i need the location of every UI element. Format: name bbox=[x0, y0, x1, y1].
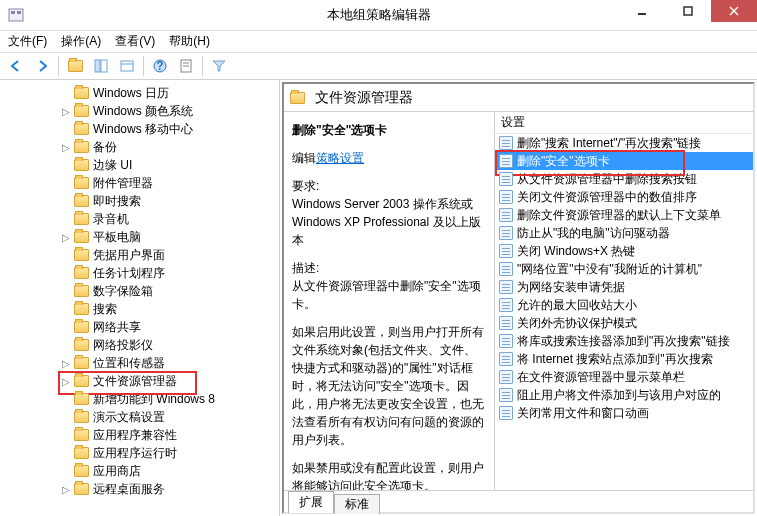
setting-item[interactable]: 将库或搜索连接器添加到"再次搜索"链接 bbox=[495, 332, 753, 350]
tree-item[interactable]: 任务计划程序 bbox=[0, 264, 279, 282]
filter-button[interactable] bbox=[207, 54, 231, 78]
setting-item[interactable]: 关闭 Windows+X 热键 bbox=[495, 242, 753, 260]
settings-list[interactable]: 删除"搜索 Internet"/"再次搜索"链接删除"安全"选项卡从文件资源管理… bbox=[495, 134, 753, 490]
up-button[interactable] bbox=[63, 54, 87, 78]
back-button[interactable] bbox=[4, 54, 28, 78]
toolbar: ? bbox=[0, 52, 757, 80]
tree-item[interactable]: 凭据用户界面 bbox=[0, 246, 279, 264]
tree-item[interactable]: Windows 日历 bbox=[0, 84, 279, 102]
setting-item[interactable]: 防止从"我的电脑"访问驱动器 bbox=[495, 224, 753, 242]
tab-standard[interactable]: 标准 bbox=[334, 494, 380, 514]
expand-icon[interactable]: ▷ bbox=[60, 484, 72, 495]
tree-item[interactable]: ▷Windows 颜色系统 bbox=[0, 102, 279, 120]
tree-item-label: 备份 bbox=[93, 139, 117, 156]
tree-item-label: 应用程序运行时 bbox=[93, 445, 177, 462]
tree-item[interactable]: 应用程序运行时 bbox=[0, 444, 279, 462]
tree-item[interactable]: 新增功能到 Windows 8 bbox=[0, 390, 279, 408]
tree-item[interactable]: ▷远程桌面服务 bbox=[0, 480, 279, 498]
forward-button[interactable] bbox=[30, 54, 54, 78]
tree-item[interactable]: 数字保险箱 bbox=[0, 282, 279, 300]
setting-item[interactable]: 关闭常用文件和窗口动画 bbox=[495, 404, 753, 422]
expand-icon[interactable]: ▷ bbox=[60, 142, 72, 153]
list-header[interactable]: 设置 bbox=[495, 112, 753, 134]
tab-extended[interactable]: 扩展 bbox=[288, 491, 334, 513]
navigation-tree[interactable]: Windows 日历▷Windows 颜色系统Windows 移动中心▷备份边缘… bbox=[0, 80, 280, 516]
close-button[interactable] bbox=[711, 0, 757, 22]
tree-item-label: 录音机 bbox=[93, 211, 129, 228]
edit-policy-link[interactable]: 策略设置 bbox=[316, 151, 364, 165]
show-hide-tree-button[interactable] bbox=[89, 54, 113, 78]
tree-item[interactable]: 附件管理器 bbox=[0, 174, 279, 192]
menu-view[interactable]: 查看(V) bbox=[115, 33, 155, 50]
setting-item[interactable]: 为网络安装申请凭据 bbox=[495, 278, 753, 296]
tree-item[interactable]: 录音机 bbox=[0, 210, 279, 228]
setting-item[interactable]: 将 Internet 搜索站点添加到"再次搜索 bbox=[495, 350, 753, 368]
folder-icon bbox=[74, 159, 89, 171]
tree-item-label: 网络投影仪 bbox=[93, 337, 153, 354]
setting-item[interactable]: "网络位置"中没有"我附近的计算机" bbox=[495, 260, 753, 278]
setting-item[interactable]: 删除"安全"选项卡 bbox=[495, 152, 753, 170]
column-setting[interactable]: 设置 bbox=[501, 114, 753, 131]
tree-item[interactable]: 即时搜索 bbox=[0, 192, 279, 210]
setting-item[interactable]: 阻止用户将文件添加到与该用户对应的 bbox=[495, 386, 753, 404]
help-button[interactable]: ? bbox=[148, 54, 172, 78]
maximize-button[interactable] bbox=[665, 0, 711, 22]
setting-item[interactable]: 在文件资源管理器中显示菜单栏 bbox=[495, 368, 753, 386]
tree-item-label: 附件管理器 bbox=[93, 175, 153, 192]
folder-icon bbox=[74, 465, 89, 477]
policy-icon bbox=[499, 190, 513, 204]
svg-rect-2 bbox=[17, 11, 21, 14]
policy-icon bbox=[499, 334, 513, 348]
tree-item-label: 边缘 UI bbox=[93, 157, 132, 174]
folder-icon bbox=[74, 141, 89, 153]
setting-item[interactable]: 删除"搜索 Internet"/"再次搜索"链接 bbox=[495, 134, 753, 152]
setting-item[interactable]: 从文件资源管理器中删除搜索按钮 bbox=[495, 170, 753, 188]
setting-label: 将 Internet 搜索站点添加到"再次搜索 bbox=[517, 351, 713, 368]
tree-item[interactable]: 应用程序兼容性 bbox=[0, 426, 279, 444]
menu-help[interactable]: 帮助(H) bbox=[169, 33, 210, 50]
minimize-button[interactable] bbox=[619, 0, 665, 22]
tree-item[interactable]: ▷位置和传感器 bbox=[0, 354, 279, 372]
menu-file[interactable]: 文件(F) bbox=[8, 33, 47, 50]
setting-item[interactable]: 关闭外壳协议保护模式 bbox=[495, 314, 753, 332]
folder-icon bbox=[74, 303, 89, 315]
folder-icon bbox=[74, 357, 89, 369]
setting-label: 关闭文件资源管理器中的数值排序 bbox=[517, 189, 697, 206]
requirements-label: 要求: bbox=[292, 179, 319, 193]
setting-name: 删除"安全"选项卡 bbox=[292, 122, 486, 139]
expand-icon[interactable]: ▷ bbox=[60, 376, 72, 387]
setting-label: 从文件资源管理器中删除搜索按钮 bbox=[517, 171, 697, 188]
expand-icon[interactable]: ▷ bbox=[60, 358, 72, 369]
export-button[interactable] bbox=[115, 54, 139, 78]
properties-button[interactable] bbox=[174, 54, 198, 78]
setting-label: "网络位置"中没有"我附近的计算机" bbox=[517, 261, 702, 278]
svg-rect-9 bbox=[121, 61, 133, 71]
tree-item[interactable]: ▷平板电脑 bbox=[0, 228, 279, 246]
tree-item[interactable]: 演示文稿设置 bbox=[0, 408, 279, 426]
tree-item-label: 文件资源管理器 bbox=[93, 373, 177, 390]
tree-item[interactable]: 搜索 bbox=[0, 300, 279, 318]
setting-item[interactable]: 关闭文件资源管理器中的数值排序 bbox=[495, 188, 753, 206]
content-header: 文件资源管理器 bbox=[284, 84, 753, 112]
toolbar-separator bbox=[58, 56, 59, 76]
policy-icon bbox=[499, 172, 513, 186]
tree-item[interactable]: ▷备份 bbox=[0, 138, 279, 156]
tree-item[interactable]: 应用商店 bbox=[0, 462, 279, 480]
svg-rect-0 bbox=[9, 9, 23, 21]
setting-label: 允许的最大回收站大小 bbox=[517, 297, 637, 314]
tree-item[interactable]: Windows 移动中心 bbox=[0, 120, 279, 138]
expand-icon[interactable]: ▷ bbox=[60, 106, 72, 117]
tree-item[interactable]: ▷文件资源管理器 bbox=[0, 372, 279, 390]
tree-item-label: 数字保险箱 bbox=[93, 283, 153, 300]
setting-item[interactable]: 删除文件资源管理器的默认上下文菜单 bbox=[495, 206, 753, 224]
folder-icon bbox=[74, 285, 89, 297]
menu-action[interactable]: 操作(A) bbox=[61, 33, 101, 50]
tree-item[interactable]: 边缘 UI bbox=[0, 156, 279, 174]
setting-label: 关闭常用文件和窗口动画 bbox=[517, 405, 649, 422]
tree-item-label: 任务计划程序 bbox=[93, 265, 165, 282]
folder-icon bbox=[74, 447, 89, 459]
tree-item[interactable]: 网络投影仪 bbox=[0, 336, 279, 354]
tree-item[interactable]: 网络共享 bbox=[0, 318, 279, 336]
expand-icon[interactable]: ▷ bbox=[60, 232, 72, 243]
setting-item[interactable]: 允许的最大回收站大小 bbox=[495, 296, 753, 314]
